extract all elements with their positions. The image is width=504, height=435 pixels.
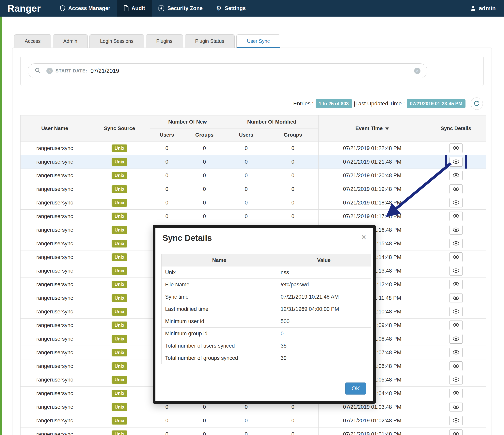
user-name-cell: rangerusersync — [20, 169, 89, 182]
detail-value-cell: /etc/passwd — [277, 279, 371, 291]
sync-source-cell: Unix — [89, 414, 150, 427]
col-header-mod-users: Users — [225, 128, 267, 142]
user-name-cell: rangerusersync — [20, 264, 89, 278]
sync-details-button[interactable] — [450, 429, 462, 435]
gear-icon: ⚙ — [216, 5, 222, 11]
nav-item-security-zone[interactable]: Security Zone — [152, 0, 209, 17]
new-users-cell: 0 — [150, 210, 184, 223]
search-icon — [35, 67, 41, 74]
sync-source-cell: Unix — [89, 223, 150, 237]
search-bar[interactable]: × START DATE: 07/21/2019 × — [28, 63, 427, 78]
sync-details-button[interactable] — [450, 252, 462, 262]
sync-source-cell: Unix — [89, 155, 150, 169]
modal-table-row: Total number of users synced 35 — [162, 340, 371, 352]
sync-source-badge: Unix — [112, 158, 127, 166]
modal-table-row: Unix nss — [162, 266, 371, 279]
sync-details-button[interactable] — [450, 375, 462, 384]
user-name-cell: rangerusersync — [20, 155, 89, 169]
event-time-cell: 07/21/2019 01:01:48 PM — [319, 427, 426, 435]
user-menu[interactable]: admin — [470, 0, 496, 17]
eye-icon — [453, 160, 459, 164]
group-header-number-of-modified: Number Of Modified — [225, 115, 319, 128]
sync-source-badge: Unix — [112, 430, 127, 435]
refresh-button[interactable] — [471, 98, 483, 110]
detail-value-cell: 35 — [277, 340, 371, 352]
sync-details-button[interactable] — [450, 320, 462, 330]
col-header-event-time[interactable]: Event Time — [319, 115, 426, 142]
tab-plugins[interactable]: Plugins — [146, 34, 183, 48]
detail-name-cell: Last modified time — [162, 303, 277, 315]
user-name-cell: rangerusersync — [20, 373, 89, 387]
nav-item-settings[interactable]: ⚙ Settings — [209, 0, 252, 17]
sync-details-button[interactable] — [450, 361, 462, 371]
detail-name-cell: Unix — [162, 266, 277, 279]
sync-details-button[interactable] — [450, 184, 462, 194]
sync-details-button[interactable] — [450, 307, 462, 316]
sync-details-button[interactable] — [450, 198, 462, 207]
modal-footer: OK — [155, 382, 373, 401]
eye-icon — [453, 214, 459, 219]
sync-source-cell: Unix — [89, 332, 150, 346]
user-name-cell: rangerusersync — [20, 278, 89, 291]
sync-details-button[interactable] — [450, 402, 462, 412]
sync-details-button[interactable] — [450, 416, 462, 425]
sync-details-cell — [426, 346, 486, 359]
sync-details-button[interactable] — [450, 171, 462, 180]
nav-item-access-manager[interactable]: Access Manager — [53, 0, 117, 17]
col-header-mod-groups: Groups — [267, 128, 319, 142]
user-name-cell: rangerusersync — [20, 414, 89, 427]
ok-button[interactable]: OK — [345, 382, 366, 395]
user-name-cell: rangerusersync — [20, 196, 89, 210]
tab-plugin-status[interactable]: Plugin Status — [185, 34, 235, 48]
sync-details-button[interactable] — [450, 143, 462, 153]
sync-details-button[interactable] — [450, 157, 462, 167]
close-icon[interactable]: × — [362, 233, 366, 241]
new-users-cell: 0 — [150, 142, 184, 155]
tab-access[interactable]: Access — [14, 34, 51, 48]
nav-label: Security Zone — [167, 5, 203, 11]
sync-details-button[interactable] — [450, 348, 462, 357]
remove-filter-icon[interactable]: × — [46, 68, 53, 74]
new-groups-cell: 0 — [184, 169, 225, 182]
sync-source-badge: Unix — [112, 294, 127, 302]
event-time-cell: 07/21/2019 01:19:48 PM — [319, 182, 426, 196]
modal-col-name: Name — [162, 254, 277, 266]
table-row: rangerusersync Unix 0 0 0 0 07/21/2019 0… — [20, 169, 486, 182]
sync-details-button[interactable] — [450, 239, 462, 248]
top-navbar: Ranger Access Manager Audit Security Zon… — [0, 0, 504, 17]
sync-source-badge: Unix — [112, 335, 127, 343]
user-name: admin — [479, 5, 496, 12]
sync-details-button[interactable] — [450, 334, 462, 344]
modal-table-body: Unix nss File Name /etc/passwd Sync time… — [162, 266, 371, 364]
sync-details-button[interactable] — [450, 293, 462, 303]
sync-source-cell: Unix — [89, 278, 150, 291]
sync-details-button[interactable] — [450, 266, 462, 275]
table-row: rangerusersync Unix 0 0 0 0 07/21/2019 0… — [20, 427, 486, 435]
sync-details-button[interactable] — [450, 280, 462, 289]
modified-groups-cell: 0 — [267, 210, 319, 223]
sync-details-button[interactable] — [450, 212, 462, 221]
tab-admin[interactable]: Admin — [53, 34, 88, 48]
app-logo[interactable]: Ranger — [8, 3, 41, 14]
eye-icon — [453, 377, 459, 382]
status-row: Entries : 1 to 25 of 803 |Last Updated T… — [21, 98, 483, 110]
event-time-cell: 07/21/2019 01:21:48 PM — [319, 155, 426, 169]
modal-body: Name Value Unix nss File Name /etc/passw… — [155, 247, 373, 382]
sync-source-badge: Unix — [112, 321, 127, 329]
user-name-cell: rangerusersync — [20, 291, 89, 305]
user-name-cell: rangerusersync — [20, 387, 89, 400]
sync-source-badge: Unix — [112, 390, 127, 397]
tab-user-sync[interactable]: User Sync — [236, 34, 280, 48]
user-name-cell: rangerusersync — [20, 400, 89, 414]
sync-details-cell — [426, 169, 486, 182]
clear-search-icon[interactable]: × — [414, 68, 421, 74]
sync-details-button[interactable] — [450, 389, 462, 398]
sync-source-badge: Unix — [112, 226, 127, 234]
sync-details-button[interactable] — [450, 225, 462, 235]
tab-login-sessions[interactable]: Login Sessions — [90, 34, 144, 48]
sync-source-cell: Unix — [89, 250, 150, 264]
table-row: rangerusersync Unix 0 0 0 0 07/21/2019 0… — [20, 210, 486, 223]
nav-item-audit[interactable]: Audit — [117, 0, 152, 17]
eye-icon — [453, 309, 459, 314]
filter-label: START DATE: — [55, 68, 87, 74]
